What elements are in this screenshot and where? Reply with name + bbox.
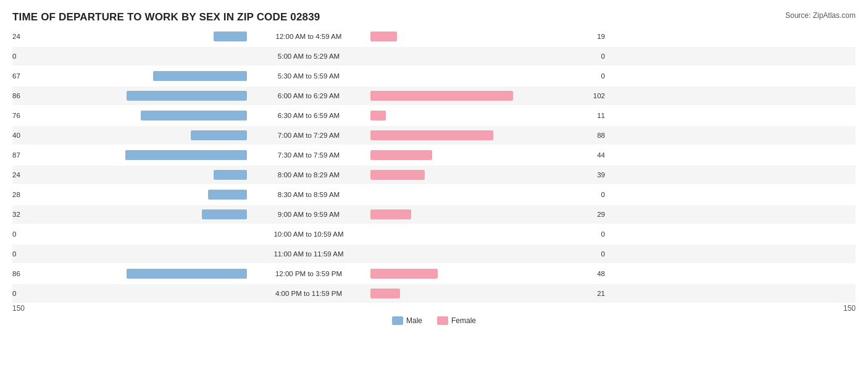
male-value-label: 24 [12, 171, 20, 179]
time-label: 9:00 AM to 9:59 AM [247, 211, 370, 218]
table-row: 329:00 AM to 9:59 AM29 [12, 205, 856, 224]
right-section: 19 [370, 27, 605, 46]
male-bar [202, 209, 247, 219]
male-bar [208, 190, 247, 200]
right-section: 0 [370, 225, 605, 243]
female-bar [370, 91, 513, 101]
male-value-label: 67 [12, 72, 20, 80]
rows-wrapper: 2412:00 AM to 4:59 AM1905:00 AM to 5:29 … [12, 27, 856, 303]
left-section: 0 [12, 225, 247, 243]
left-section: 24 [12, 166, 247, 184]
male-bar [125, 150, 247, 160]
table-row: 675:30 AM to 5:59 AM0 [12, 67, 856, 85]
female-value-label: 19 [597, 33, 605, 40]
table-row: 2412:00 AM to 4:59 AM19 [12, 27, 856, 46]
female-value-label: 0 [601, 72, 605, 80]
table-row: 866:00 AM to 6:29 AM102 [12, 86, 856, 105]
male-value-label: 76 [12, 112, 20, 119]
male-bar [127, 269, 247, 279]
time-label: 12:00 AM to 4:59 AM [247, 33, 370, 40]
table-row: 010:00 AM to 10:59 AM0 [12, 225, 856, 243]
table-row: 766:30 AM to 6:59 AM11 [12, 106, 856, 125]
female-value-label: 88 [597, 132, 605, 139]
table-row: 407:00 AM to 7:29 AM88 [12, 126, 856, 145]
female-value-label: 39 [597, 171, 605, 179]
right-section: 11 [370, 106, 605, 125]
axis-labels: 150 150 [12, 304, 856, 313]
female-value-label: 11 [597, 112, 605, 119]
female-value-label: 21 [597, 290, 605, 297]
time-label: 5:30 AM to 5:59 AM [247, 72, 370, 80]
female-bar [370, 111, 386, 120]
time-label: 8:30 AM to 8:59 AM [247, 191, 370, 198]
table-row: 288:30 AM to 8:59 AM0 [12, 185, 856, 204]
female-value-label: 44 [597, 151, 605, 159]
female-bar [370, 269, 438, 279]
right-section: 0 [370, 245, 605, 263]
female-value-label: 0 [601, 191, 605, 198]
table-row: 05:00 AM to 5:29 AM0 [12, 47, 856, 65]
table-row: 8612:00 PM to 3:59 PM48 [12, 264, 856, 283]
right-section: 21 [370, 284, 605, 303]
time-label: 8:00 AM to 8:29 AM [247, 171, 370, 179]
male-bar [153, 71, 247, 81]
table-row: 04:00 PM to 11:59 PM21 [12, 284, 856, 303]
right-section: 39 [370, 166, 605, 184]
time-label: 11:00 AM to 11:59 AM [247, 250, 370, 258]
axis-left-label: 150 [12, 304, 25, 313]
table-row: 248:00 AM to 8:29 AM39 [12, 166, 856, 184]
axis-right-label: 150 [843, 304, 856, 313]
left-section: 0 [12, 245, 247, 263]
right-section: 102 [370, 86, 605, 105]
right-section: 88 [370, 126, 605, 145]
legend-male-swatch [392, 316, 403, 325]
time-label: 4:00 PM to 11:59 PM [247, 290, 370, 297]
female-bar [370, 170, 425, 180]
female-bar [370, 150, 432, 160]
left-section: 0 [12, 47, 247, 65]
right-section: 0 [370, 185, 605, 204]
right-section: 44 [370, 146, 605, 164]
male-value-label: 0 [12, 250, 16, 258]
legend: Male Female [12, 316, 856, 325]
time-label: 7:00 AM to 7:29 AM [247, 132, 370, 139]
left-section: 76 [12, 106, 247, 125]
male-value-label: 87 [12, 151, 20, 159]
time-label: 6:30 AM to 6:59 AM [247, 112, 370, 119]
male-value-label: 32 [12, 211, 20, 218]
male-bar [141, 111, 247, 120]
left-section: 86 [12, 86, 247, 105]
left-section: 40 [12, 126, 247, 145]
legend-female-label: Female [451, 316, 476, 325]
right-section: 29 [370, 205, 605, 224]
male-bar [214, 170, 247, 180]
left-section: 28 [12, 185, 247, 204]
male-value-label: 28 [12, 191, 20, 198]
left-section: 24 [12, 27, 247, 46]
female-value-label: 102 [593, 92, 605, 99]
source-text: Source: ZipAtlas.com [785, 11, 856, 20]
female-value-label: 29 [597, 211, 605, 218]
male-value-label: 86 [12, 92, 20, 99]
chart-area: 2412:00 AM to 4:59 AM1905:00 AM to 5:29 … [12, 27, 856, 321]
female-value-label: 0 [601, 250, 605, 258]
female-bar [370, 289, 400, 298]
right-section: 0 [370, 67, 605, 85]
left-section: 87 [12, 146, 247, 164]
time-label: 5:00 AM to 5:29 AM [247, 53, 370, 60]
time-label: 10:00 AM to 10:59 AM [247, 230, 370, 238]
chart-container: TIME OF DEPARTURE TO WORK BY SEX IN ZIP … [0, 0, 868, 367]
male-value-label: 0 [12, 53, 16, 60]
male-value-label: 40 [12, 132, 20, 139]
time-label: 7:30 AM to 7:59 AM [247, 151, 370, 159]
left-section: 32 [12, 205, 247, 224]
female-value-label: 0 [601, 53, 605, 60]
male-bar [127, 91, 247, 101]
female-value-label: 0 [601, 230, 605, 238]
chart-title: TIME OF DEPARTURE TO WORK BY SEX IN ZIP … [12, 11, 856, 23]
male-value-label: 0 [12, 230, 16, 238]
female-value-label: 48 [597, 270, 605, 277]
male-value-label: 0 [12, 290, 16, 297]
time-label: 6:00 AM to 6:29 AM [247, 92, 370, 99]
table-row: 877:30 AM to 7:59 AM44 [12, 146, 856, 164]
